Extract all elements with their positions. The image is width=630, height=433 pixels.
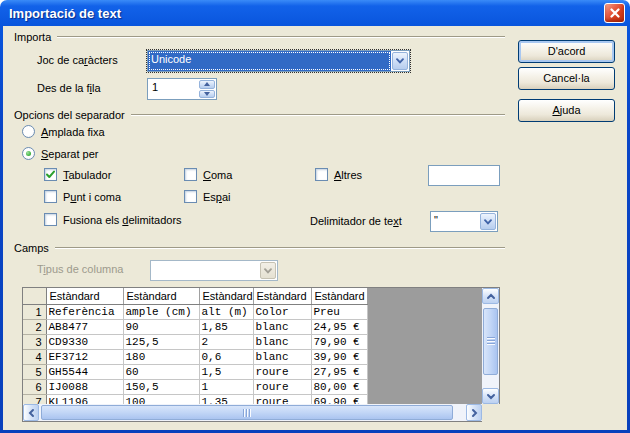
chevron-down-icon bbox=[263, 267, 273, 275]
preview-cell[interactable]: 80,00 € bbox=[311, 379, 367, 394]
preview-cell[interactable]: KL1196 bbox=[46, 394, 123, 404]
preview-cell[interactable]: ample (cm) bbox=[123, 304, 199, 319]
preview-cell[interactable]: 1 bbox=[199, 379, 253, 394]
titlebar[interactable]: Importació de text bbox=[0, 0, 630, 26]
preview-empty-area bbox=[367, 319, 482, 334]
text-delimiter-combobox[interactable]: " bbox=[430, 211, 498, 232]
close-button[interactable] bbox=[604, 3, 625, 23]
preview-row: 4EF37121800,6blanc39,90 € bbox=[23, 349, 482, 364]
spin-down-button[interactable] bbox=[199, 90, 215, 99]
column-type-dropdown-button bbox=[260, 262, 276, 279]
preview-empty-area bbox=[367, 394, 482, 404]
preview-empty-area bbox=[367, 379, 482, 394]
arrow-up-icon bbox=[204, 82, 210, 86]
charset-label: Joc de caràcters bbox=[37, 54, 118, 67]
preview-cell[interactable]: roure bbox=[253, 379, 311, 394]
semicolon-checkbox[interactable] bbox=[44, 190, 57, 203]
ok-button[interactable]: D'acord bbox=[518, 40, 615, 63]
preview-grid: EstàndardEstàndardEstàndardEstàndardEstà… bbox=[22, 287, 500, 422]
scroll-down-button[interactable] bbox=[482, 388, 499, 404]
preview-cell[interactable]: 1,85 bbox=[199, 319, 253, 334]
merge-delimiters-label[interactable]: Fusiona els delimitadors bbox=[63, 214, 182, 227]
preview-cell[interactable]: blanc bbox=[253, 334, 311, 349]
separated-by-label[interactable]: Separat per bbox=[41, 148, 99, 161]
preview-cell[interactable]: Color bbox=[253, 304, 311, 319]
preview-cell[interactable]: GH5544 bbox=[46, 364, 123, 379]
text-delimiter-dropdown-button[interactable] bbox=[480, 213, 496, 230]
preview-cell[interactable]: roure bbox=[253, 364, 311, 379]
preview-cell[interactable]: blanc bbox=[253, 319, 311, 334]
preview-cell[interactable]: 39,90 € bbox=[311, 349, 367, 364]
merge-delimiters-checkbox[interactable] bbox=[44, 213, 57, 226]
preview-table-body: 1Referènciaample (cm)alt (m)ColorPreu2AB… bbox=[23, 304, 482, 404]
fixed-width-label[interactable]: Amplada fixa bbox=[41, 126, 105, 139]
preview-cell[interactable]: 24,95 € bbox=[311, 319, 367, 334]
preview-vertical-scrollbar[interactable] bbox=[482, 288, 499, 404]
preview-column-header[interactable]: Estàndard bbox=[46, 288, 123, 304]
preview-cell[interactable]: 125,5 bbox=[123, 334, 199, 349]
fixed-width-radio[interactable] bbox=[22, 125, 35, 138]
text-import-dialog: Importació de text Importa Joc de caràct… bbox=[0, 0, 630, 433]
preview-cell[interactable]: 69,90 € bbox=[311, 394, 367, 404]
column-type-value bbox=[151, 261, 259, 280]
preview-grid-viewport[interactable]: EstàndardEstàndardEstàndardEstàndardEstà… bbox=[23, 288, 482, 404]
semicolon-label[interactable]: Punt i coma bbox=[63, 191, 121, 204]
from-row-spinner[interactable]: 1 bbox=[147, 78, 217, 100]
charset-dropdown-button[interactable] bbox=[392, 52, 408, 70]
vertical-scroll-thumb[interactable] bbox=[483, 308, 498, 375]
preview-cell[interactable]: 150,5 bbox=[123, 379, 199, 394]
preview-empty-area bbox=[367, 288, 482, 304]
preview-cell[interactable]: 60 bbox=[123, 364, 199, 379]
preview-cell[interactable]: 90 bbox=[123, 319, 199, 334]
section-separator-options: Opcions del separador bbox=[14, 108, 505, 121]
preview-column-header[interactable]: Estàndard bbox=[311, 288, 367, 304]
preview-cell[interactable]: Preu bbox=[311, 304, 367, 319]
scroll-up-button[interactable] bbox=[482, 288, 499, 304]
preview-cell[interactable]: 79,90 € bbox=[311, 334, 367, 349]
preview-column-header[interactable]: Estàndard bbox=[199, 288, 253, 304]
other-checkbox[interactable] bbox=[315, 168, 328, 181]
space-label[interactable]: Espai bbox=[203, 191, 231, 204]
preview-cell[interactable]: 100 bbox=[123, 394, 199, 404]
chevron-right-icon bbox=[470, 408, 479, 418]
section-divider bbox=[55, 247, 505, 249]
tab-label[interactable]: Tabulador bbox=[63, 169, 111, 182]
scroll-right-button[interactable] bbox=[466, 404, 482, 421]
cancel-button[interactable]: Cancel·la bbox=[518, 67, 615, 90]
preview-cell[interactable]: 1,5 bbox=[199, 364, 253, 379]
preview-cell[interactable]: IJ0088 bbox=[46, 379, 123, 394]
preview-cell[interactable]: blanc bbox=[253, 349, 311, 364]
preview-cell[interactable]: 2 bbox=[199, 334, 253, 349]
comma-label[interactable]: Coma bbox=[203, 169, 232, 182]
preview-cell[interactable]: 180 bbox=[123, 349, 199, 364]
other-label[interactable]: Altres bbox=[334, 169, 362, 182]
preview-cell[interactable]: 27,95 € bbox=[311, 364, 367, 379]
preview-cell[interactable]: roure bbox=[253, 394, 311, 404]
from-row-value: 1 bbox=[148, 79, 198, 99]
charset-combobox[interactable]: Unicode bbox=[147, 50, 410, 72]
help-button[interactable]: Ajuda bbox=[518, 99, 615, 122]
separated-by-radio[interactable] bbox=[22, 147, 35, 160]
preview-cell[interactable]: EF3712 bbox=[46, 349, 123, 364]
scroll-left-button[interactable] bbox=[23, 404, 39, 421]
preview-cell[interactable]: 0,6 bbox=[199, 349, 253, 364]
other-separator-input[interactable] bbox=[428, 165, 500, 186]
spin-up-button[interactable] bbox=[199, 80, 215, 89]
preview-cell[interactable]: alt (m) bbox=[199, 304, 253, 319]
preview-cell[interactable]: 1,35 bbox=[199, 394, 253, 404]
comma-checkbox[interactable] bbox=[184, 168, 197, 181]
tab-checkbox[interactable] bbox=[44, 168, 57, 181]
preview-row: 1Referènciaample (cm)alt (m)ColorPreu bbox=[23, 304, 482, 319]
preview-column-header[interactable]: Estàndard bbox=[123, 288, 199, 304]
close-icon bbox=[609, 7, 621, 19]
section-separator-title: Opcions del separador bbox=[14, 109, 125, 121]
preview-cell[interactable]: Referència bbox=[46, 304, 123, 319]
preview-column-header[interactable]: Estàndard bbox=[253, 288, 311, 304]
preview-row-number: 7 bbox=[23, 394, 46, 404]
section-divider bbox=[57, 36, 505, 38]
preview-horizontal-scrollbar[interactable] bbox=[23, 404, 482, 421]
horizontal-scroll-thumb[interactable] bbox=[41, 405, 453, 420]
preview-cell[interactable]: CD9330 bbox=[46, 334, 123, 349]
space-checkbox[interactable] bbox=[184, 190, 197, 203]
preview-cell[interactable]: AB8477 bbox=[46, 319, 123, 334]
